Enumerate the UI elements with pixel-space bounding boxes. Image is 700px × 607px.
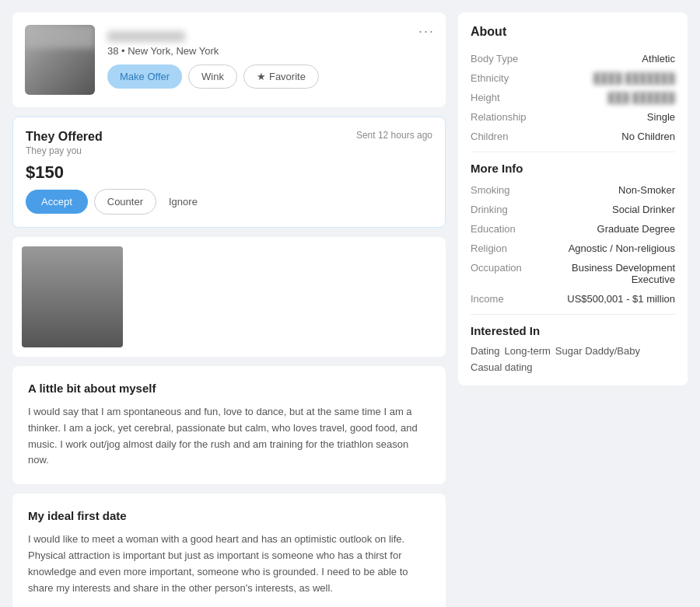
left-column: 38 • New York, New York Make Offer Wink … [12, 12, 446, 607]
relationship-label: Relationship [471, 111, 541, 123]
about-myself-body: I would say that I am spontaneous and fu… [28, 404, 430, 469]
occupation-label: Occupation [471, 262, 541, 274]
income-label: Income [471, 293, 541, 305]
smoking-label: Smoking [471, 184, 541, 196]
ignore-button[interactable]: Ignore [163, 190, 204, 214]
tag-longterm: Long-term [505, 345, 551, 357]
offer-title-block: They Offered They pay you [26, 130, 103, 156]
offer-subtitle: They pay you [26, 145, 103, 156]
accept-button[interactable]: Accept [26, 190, 88, 214]
education-value: Graduate Degree [541, 223, 675, 235]
interested-in-title: Interested In [471, 324, 675, 337]
offer-card: They Offered They pay you Sent 12 hours … [12, 117, 446, 228]
offer-sent-time: Sent 12 hours ago [356, 130, 432, 141]
more-info-title: More Info [471, 162, 675, 175]
photo-thumb-inner [22, 246, 123, 347]
photo-thumbnail[interactable] [22, 246, 123, 347]
profile-card: 38 • New York, New York Make Offer Wink … [12, 12, 446, 107]
photo-card [12, 237, 446, 357]
ethnicity-row: Ethnicity ████ ███████ [471, 72, 675, 84]
right-column: About Body Type Athletic Ethnicity ████ … [458, 12, 688, 607]
income-value: US$500,001 - $1 million [541, 293, 675, 305]
drinking-value: Social Drinker [541, 204, 675, 215]
drinking-label: Drinking [471, 204, 541, 215]
religion-row: Religion Agnostic / Non-religious [471, 242, 675, 254]
avatar-blur [25, 25, 95, 48]
about-section-title: About [471, 25, 675, 44]
relationship-row: Relationship Single [471, 111, 675, 123]
tag-dating: Dating [471, 345, 500, 357]
ideal-date-body: I would like to meet a woman with a good… [28, 532, 430, 596]
about-myself-title: A little bit about myself [28, 382, 430, 395]
ethnicity-value: ████ ███████ [541, 72, 675, 84]
body-type-row: Body Type Athletic [471, 53, 675, 65]
profile-info: 38 • New York, New York Make Offer Wink … [107, 31, 433, 89]
offer-title: They Offered [26, 130, 103, 144]
children-value: No Children [541, 131, 675, 142]
height-label: Height [471, 92, 541, 103]
body-type-value: Athletic [541, 53, 675, 65]
more-options-button[interactable]: ··· [418, 23, 435, 40]
education-row: Education Graduate Degree [471, 223, 675, 235]
offer-actions: Accept Counter Ignore [26, 189, 432, 215]
avatar [25, 25, 95, 95]
religion-value: Agnostic / Non-religious [541, 242, 675, 254]
offer-top: They Offered They pay you Sent 12 hours … [26, 130, 432, 156]
height-row: Height ███ ██████ [471, 92, 675, 103]
tag-sugardaddy: Sugar Daddy/Baby [555, 345, 640, 357]
children-label: Children [471, 131, 541, 142]
smoking-value: Non-Smoker [541, 184, 675, 196]
tag-casual: Casual dating [471, 361, 533, 373]
page-wrapper: 38 • New York, New York Make Offer Wink … [0, 0, 700, 607]
offer-amount: $150 [26, 162, 432, 183]
profile-name-blurred [107, 31, 185, 42]
height-value: ███ ██████ [541, 92, 675, 103]
relationship-value: Single [541, 111, 675, 123]
income-row: Income US$500,001 - $1 million [471, 293, 675, 305]
smoking-row: Smoking Non-Smoker [471, 184, 675, 196]
children-row: Children No Children [471, 131, 675, 142]
occupation-value: Business Development Executive [541, 262, 675, 285]
profile-name-row [107, 31, 433, 42]
right-panel: About Body Type Athletic Ethnicity ████ … [458, 12, 688, 385]
body-type-label: Body Type [471, 53, 541, 65]
drinking-row: Drinking Social Drinker [471, 204, 675, 215]
ideal-date-card: My ideal first date I would like to meet… [12, 494, 446, 607]
ethnicity-label: Ethnicity [471, 72, 541, 84]
profile-actions: Make Offer Wink ★ Favorite [107, 65, 433, 89]
counter-button[interactable]: Counter [94, 189, 156, 215]
about-myself-card: A little bit about myself I would say th… [12, 366, 446, 484]
make-offer-button[interactable]: Make Offer [107, 65, 182, 89]
wink-button[interactable]: Wink [188, 65, 237, 89]
profile-age-location: 38 • New York, New York [107, 45, 433, 57]
star-icon: ★ [257, 71, 266, 82]
interested-tags: Dating Long-term Sugar Daddy/Baby Casual… [471, 345, 675, 373]
religion-label: Religion [471, 242, 541, 254]
favorite-button[interactable]: ★ Favorite [243, 65, 319, 89]
section-divider-1 [471, 152, 675, 152]
section-divider-2 [471, 314, 675, 315]
education-label: Education [471, 223, 541, 235]
occupation-row: Occupation Business Development Executiv… [471, 262, 675, 285]
ideal-date-title: My ideal first date [28, 509, 430, 522]
